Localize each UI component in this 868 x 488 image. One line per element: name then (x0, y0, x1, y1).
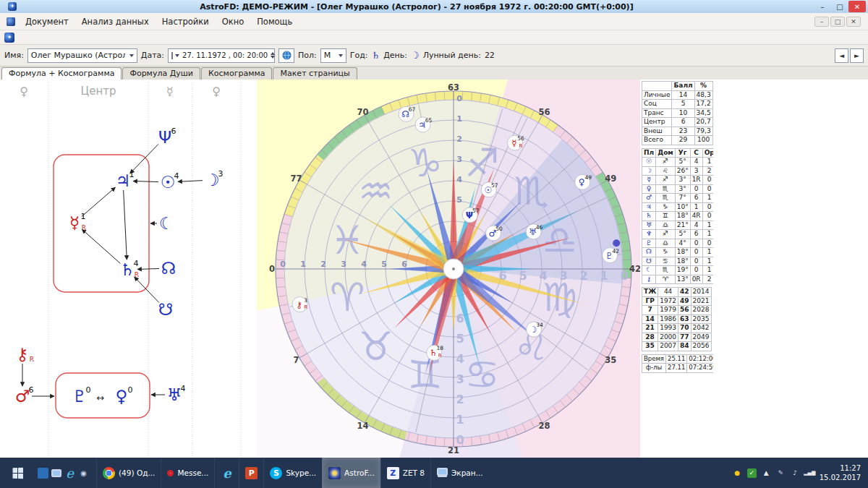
svg-text:♅: ♅ (167, 385, 182, 404)
svg-text:0: 0 (456, 433, 464, 447)
table-row: ♄♊18°4R0 (642, 212, 717, 221)
menu-document[interactable]: Документ (19, 15, 75, 28)
ie-small-icon[interactable]: e (64, 468, 75, 479)
svg-text:♇: ♇ (72, 387, 88, 406)
svg-text:♄: ♄ (120, 260, 135, 279)
menu-help[interactable]: Помощь (250, 15, 299, 28)
age-label-0: 0 (269, 264, 275, 274)
taskbar-app-ie[interactable]: e (214, 458, 239, 488)
skype-icon: S (270, 467, 282, 479)
pen-icon[interactable]: ✎ (776, 468, 786, 478)
formula-column-header: ♀ (212, 85, 221, 98)
speaker-icon[interactable]: ♪ (791, 468, 800, 478)
sex-combobox[interactable]: М (320, 48, 346, 63)
svg-text:1: 1 (129, 170, 135, 179)
table-row: 211993702042 (642, 324, 712, 333)
table-row: 141986632035 (642, 314, 712, 324)
taskbar-clock[interactable]: 11:27 15.02.2017 (820, 463, 861, 482)
svg-text:R: R (304, 304, 307, 310)
close-icon[interactable]: ✕ (848, 1, 866, 12)
menu-analysis[interactable]: Анализ данных (75, 15, 156, 28)
formula-column-header: Центр (81, 85, 116, 98)
svg-text:5: 5 (381, 260, 387, 269)
tab-soul-formula[interactable]: Формула Души (122, 67, 200, 80)
start-button[interactable] (0, 458, 35, 488)
tab-page-layout[interactable]: Макет страницы (273, 67, 357, 80)
table-row: ♂♏7°61 (642, 194, 717, 203)
name-value: Олег Мурашко (Астролог) (31, 51, 125, 60)
display-icon[interactable] (38, 468, 48, 479)
prev-record-button[interactable]: ◄ (835, 48, 848, 63)
next-record-button[interactable]: ► (850, 48, 864, 63)
tab-formula-cosmogram[interactable]: Формула + Космограмма (1, 67, 122, 80)
zodiac-♋: ♋ (464, 352, 499, 398)
age-label-56: 56 (538, 107, 550, 117)
taskbar-app-skype[interactable]: SSkype... (263, 458, 322, 488)
taskbar-app-zet[interactable]: ZZET 8 (380, 458, 430, 488)
zodiac-♐: ♐ (464, 140, 499, 186)
astrofd-toolbar-icon[interactable]: ✦ (4, 33, 14, 43)
app-logo-icon: ✦ (8, 2, 17, 11)
svg-text:57: 57 (491, 182, 498, 189)
svg-text:3: 3 (218, 169, 224, 179)
planet-table: ПлДомУгСОр☉♐5°41☽♌26°32☿♐3°1R0♀♏3°00♂♏7°… (642, 148, 717, 285)
chart-planet-mercury[interactable]: ☿56R (508, 135, 524, 150)
child-minimize-icon[interactable]: – (814, 17, 829, 27)
maximize-icon[interactable]: □ (831, 1, 848, 12)
svg-text:57: 57 (472, 207, 480, 214)
lunar-day-value: 22 (485, 51, 495, 60)
tab-cosmogram[interactable]: Космограмма (201, 67, 272, 80)
table-row: ☋♋18°01 (642, 257, 717, 266)
titlebar: ✦ AstroFD: ДЕМО-РЕЖИМ - [Олег Мурашко (А… (0, 0, 868, 13)
svg-text:4: 4 (174, 171, 179, 181)
child-restore-icon[interactable]: □ (830, 17, 845, 27)
zet-icon: Z (387, 467, 399, 479)
table-row: ♃♑10°10 (642, 202, 717, 212)
svg-text:R: R (519, 143, 523, 149)
taskbar-app-astrofd[interactable]: ✶AstroF... (322, 458, 380, 488)
taskbar-app-powerpoint[interactable]: P (239, 458, 263, 488)
chart-planet-chiron[interactable]: ⚷3R (292, 297, 307, 312)
svg-text:☿: ☿ (511, 138, 516, 148)
svg-text:2: 2 (579, 269, 587, 283)
chart-planet-saturn[interactable]: ♄18R (427, 345, 443, 360)
notify-yellow-icon[interactable]: ● (733, 468, 742, 478)
taskbar-app-screen[interactable]: Экран... (430, 458, 489, 488)
eye-icon[interactable]: ◉ (78, 468, 89, 479)
svg-text:5: 5 (519, 269, 527, 283)
menu-settings[interactable]: Настройки (156, 15, 216, 28)
stats-panel: Балл%Личные1448,3Соц517,2Транс1034,5Цент… (640, 80, 713, 458)
shield-icon[interactable]: ✓ (747, 468, 757, 478)
svg-text:☽: ☽ (205, 171, 220, 189)
svg-text:5: 5 (456, 195, 462, 205)
table-row: Соц517,2 (642, 100, 713, 109)
svg-text:0: 0 (280, 260, 286, 269)
quick-launch: e◉ (35, 458, 92, 488)
record-nav: ◄ ► (835, 48, 864, 63)
table-row: ♀♏3°00 (642, 184, 717, 194)
tabbar: Формула + Космограмма Формула Души Космо… (0, 67, 868, 80)
menu-window[interactable]: Окно (216, 15, 251, 28)
network-icon[interactable]: ▂▄▆ (805, 468, 814, 478)
svg-text:1: 1 (600, 269, 608, 283)
svg-text:1: 1 (456, 413, 464, 427)
svg-text:4: 4 (456, 175, 462, 184)
formula-planet-neptune: Ψ6 (158, 127, 176, 147)
date-input[interactable]: 27. 11.1972 , 00: 20:00 (168, 48, 275, 63)
up-arrow-icon[interactable]: ▲ (762, 468, 771, 478)
minimize-icon[interactable]: – (814, 1, 831, 12)
clock-date: 15.02.2017 (820, 473, 861, 482)
table-row: 282000772049 (642, 333, 712, 342)
monitor-icon[interactable] (51, 469, 61, 477)
globe-button[interactable] (278, 48, 294, 63)
taskbar-app-opera[interactable]: Messe... (161, 458, 214, 488)
table-row: ТЖ44422014 (642, 288, 712, 297)
name-combobox[interactable]: Олег Мурашко (Астролог) (27, 48, 137, 63)
screen-icon (437, 468, 448, 476)
zodiac-♒: ♒ (358, 168, 393, 214)
svg-text:⚷: ⚷ (296, 300, 302, 310)
taskbar: e◉ (49) Од...Messe...ePSSkype...✶AstroF.… (0, 458, 868, 488)
taskbar-app-chrome[interactable]: (49) Од... (96, 458, 161, 488)
child-close-icon[interactable]: ✕ (846, 17, 861, 27)
date-spinner[interactable] (271, 52, 275, 59)
